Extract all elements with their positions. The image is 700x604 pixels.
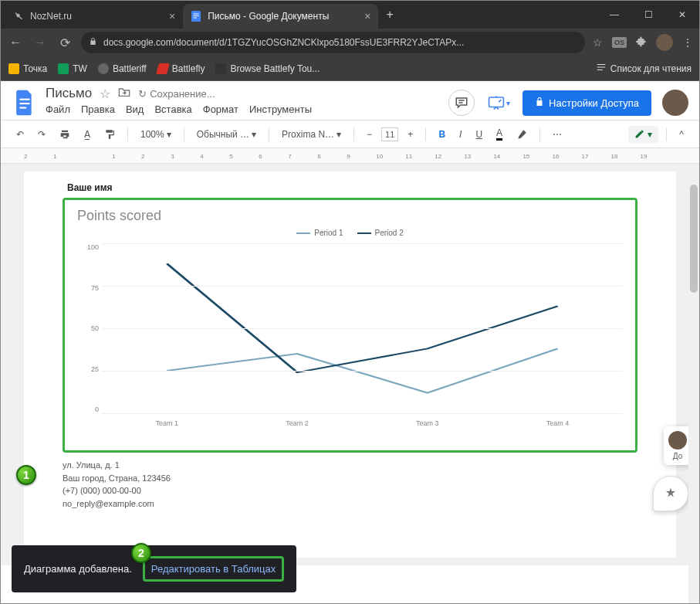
- svg-rect-3: [194, 18, 198, 19]
- chart-legend: Period 1Period 2: [77, 229, 623, 237]
- document-page[interactable]: Ваше имя Points scored Period 1Period 2 …: [24, 171, 676, 558]
- menu-file[interactable]: Файл: [46, 103, 70, 115]
- snackbar-toast: Диаграмма добавлена. Редактировать в Таб…: [12, 545, 296, 592]
- undo-button[interactable]: ↶: [12, 126, 29, 143]
- forward-button[interactable]: →: [32, 36, 49, 49]
- chart-x-axis: Team 1Team 2Team 3Team 4: [102, 419, 623, 427]
- embedded-chart[interactable]: Points scored Period 1Period 2 100755025…: [63, 198, 637, 453]
- annotation-badge-1: 1: [16, 465, 36, 485]
- editing-mode-button[interactable]: ▾: [628, 126, 658, 143]
- docs-logo-icon[interactable]: [12, 90, 38, 116]
- page-heading: Ваше имя: [67, 182, 637, 193]
- font-size-input[interactable]: 11: [381, 127, 398, 141]
- font-size-decrease[interactable]: −: [362, 126, 377, 143]
- close-window-button[interactable]: ✕: [665, 1, 699, 29]
- paint-format-button[interactable]: [100, 126, 120, 143]
- chart-y-axis: 1007550250: [80, 243, 99, 413]
- highlight-button[interactable]: [512, 126, 532, 143]
- comment-history-button[interactable]: [448, 90, 475, 116]
- minimize-button[interactable]: —: [597, 1, 631, 29]
- svg-rect-7: [489, 97, 503, 107]
- docs-icon: [191, 11, 201, 22]
- extensions-icon[interactable]: [636, 36, 647, 49]
- collaborator-label: До: [673, 452, 682, 460]
- bookmark-item[interactable]: Точка: [8, 63, 47, 74]
- italic-button[interactable]: I: [455, 126, 466, 143]
- reading-list-label: Список для чтения: [610, 63, 692, 74]
- explore-button[interactable]: [653, 476, 688, 511]
- menu-view[interactable]: Вид: [126, 103, 144, 115]
- saving-status: ↻ Сохранение...: [138, 88, 215, 100]
- horizontal-ruler[interactable]: 2112345678910111213141516171819: [1, 148, 699, 164]
- svg-rect-5: [20, 103, 30, 104]
- cloud-sync-icon: ↻: [138, 88, 147, 100]
- print-button[interactable]: [55, 126, 75, 143]
- user-avatar[interactable]: [662, 90, 688, 116]
- reload-button[interactable]: ⟳: [56, 36, 73, 50]
- text-color-button[interactable]: A: [492, 124, 507, 144]
- maximize-button[interactable]: ☐: [631, 1, 665, 29]
- font-size-increase[interactable]: +: [403, 126, 418, 143]
- menu-icon[interactable]: ⋮: [682, 36, 693, 49]
- bookmark-label: Battleriff: [113, 63, 147, 74]
- back-button[interactable]: ←: [7, 36, 24, 49]
- docs-menubar: Файл Правка Вид Вставка Формат Инструмен…: [46, 103, 441, 120]
- bookmark-item[interactable]: Battleriff: [98, 63, 147, 74]
- toast-action-button[interactable]: Редактировать в Таблицах 2: [143, 556, 284, 582]
- star-icon[interactable]: ☆: [100, 87, 110, 101]
- address-bar: ← → ⟳ docs.google.com/document/d/1TGZYuc…: [1, 29, 699, 56]
- close-icon[interactable]: ×: [364, 10, 370, 22]
- menu-format[interactable]: Формат: [203, 103, 238, 115]
- bookmark-item[interactable]: TW: [58, 63, 87, 74]
- scrollbar-thumb[interactable]: [690, 185, 698, 293]
- list-icon: [596, 63, 607, 74]
- annotation-badge-2: 2: [131, 543, 151, 563]
- present-button[interactable]: ▾: [485, 90, 512, 116]
- spell-check-button[interactable]: A̲: [79, 126, 95, 143]
- bookmark-item[interactable]: Browse Battlefy Tou...: [215, 63, 320, 74]
- new-tab-button[interactable]: +: [378, 8, 401, 22]
- profile-avatar[interactable]: [656, 34, 673, 51]
- docs-header: Письмо ☆ ↻ Сохранение... Файл Правка Вид…: [1, 81, 699, 120]
- url-text: docs.google.com/document/d/1TGZYucOSGhZN…: [103, 37, 464, 48]
- star-icon[interactable]: ☆: [593, 36, 603, 49]
- bookmark-item[interactable]: Battlefly: [157, 63, 205, 74]
- zoom-select[interactable]: 100% ▾: [136, 126, 176, 143]
- more-button[interactable]: ⋯: [548, 126, 566, 143]
- reading-list-button[interactable]: Список для чтения: [596, 63, 692, 74]
- tabs-strip: NozNet.ru × Письмо - Google Документы × …: [1, 1, 597, 29]
- collapse-toolbar-button[interactable]: ^: [675, 126, 688, 143]
- underline-button[interactable]: U: [471, 126, 487, 143]
- menu-tools[interactable]: Инструменты: [249, 103, 312, 115]
- tab-title: NozNet.ru: [30, 11, 72, 22]
- addrbar-icons: ☆ OS ⋮: [593, 34, 693, 51]
- docs-toolbar: ↶ ↷ A̲ 100% ▾ Обычный … ▾ Proxima N… ▾ −…: [1, 120, 699, 148]
- collaborator-popup[interactable]: До: [664, 426, 692, 465]
- move-folder-icon[interactable]: [118, 87, 130, 100]
- collaborator-avatar: [668, 431, 687, 450]
- share-button[interactable]: Настройки Доступа: [522, 90, 651, 116]
- os-badge-icon[interactable]: OS: [612, 37, 627, 48]
- style-select[interactable]: Обычный … ▾: [192, 126, 261, 143]
- chart-title: Points scored: [77, 208, 623, 224]
- bookmark-label: Browse Battlefy Tou...: [230, 63, 320, 74]
- lock-icon: [89, 37, 97, 48]
- bold-button[interactable]: B: [434, 126, 450, 143]
- svg-rect-2: [194, 15, 199, 16]
- document-canvas: Ваше имя Points scored Period 1Period 2 …: [1, 164, 699, 565]
- redo-button[interactable]: ↷: [33, 126, 50, 143]
- url-input[interactable]: docs.google.com/document/d/1TGZYucOSGhZN…: [81, 32, 585, 53]
- font-select[interactable]: Proxima N… ▾: [277, 126, 346, 143]
- svg-rect-6: [20, 107, 27, 108]
- menu-edit[interactable]: Правка: [81, 103, 115, 115]
- menu-insert[interactable]: Вставка: [154, 103, 191, 115]
- browser-tab-noznet[interactable]: NozNet.ru ×: [5, 4, 183, 29]
- close-icon[interactable]: ×: [169, 10, 175, 22]
- browser-tab-docs[interactable]: Письмо - Google Документы ×: [183, 4, 378, 29]
- window-controls: — ☐ ✕: [597, 1, 699, 29]
- document-title[interactable]: Письмо: [46, 86, 92, 101]
- wrench-icon: [13, 11, 24, 22]
- svg-rect-4: [20, 99, 30, 100]
- share-label: Настройки Доступа: [549, 97, 639, 109]
- vertical-scrollbar[interactable]: [688, 177, 699, 603]
